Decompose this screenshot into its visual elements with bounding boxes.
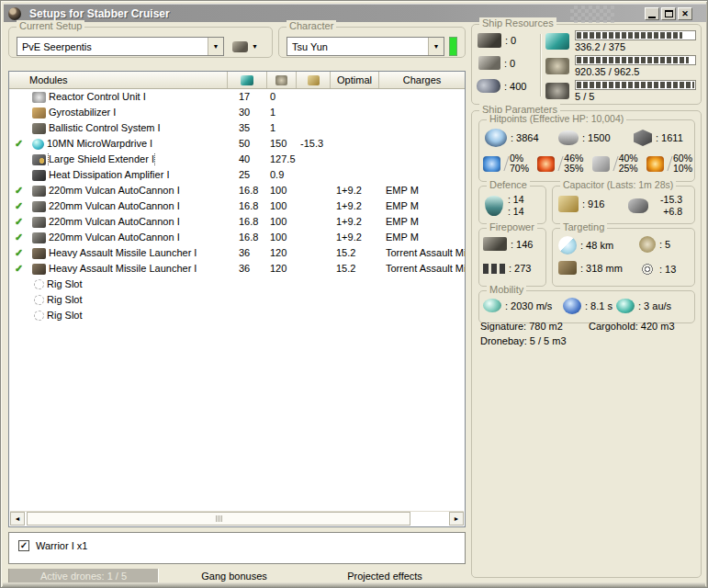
- titlebar-dither-pattern: [570, 6, 614, 23]
- drone-item[interactable]: ✓Warrior I x1: [18, 540, 465, 551]
- dps-icon: [483, 237, 507, 251]
- defence-group: Defence : 14 : 14: [478, 186, 546, 224]
- active-check-icon: ✓: [15, 262, 26, 276]
- setup-actions-button[interactable]: ▼: [230, 37, 261, 56]
- turret-hardpoints-icon: [478, 33, 501, 48]
- character-dropdown-button[interactable]: ▼: [428, 38, 444, 55]
- module-cpu: 16.8: [227, 184, 266, 198]
- column-header-charges[interactable]: Charges: [378, 72, 465, 88]
- scroll-left-icon: ◄: [15, 515, 21, 522]
- chevron-down-icon: ▼: [213, 43, 219, 50]
- ship-icon: [232, 41, 248, 52]
- module-charges: EMP M: [378, 199, 465, 213]
- lse-module-icon: [32, 154, 46, 165]
- gyro-module-icon: [32, 107, 46, 119]
- column-header-cpu[interactable]: [227, 72, 266, 88]
- capacitor-amount-value: : 916: [582, 198, 604, 209]
- module-charges: Torrent Assault Mis: [378, 262, 465, 276]
- maximize-icon: [665, 10, 673, 17]
- defence-top-value: : 14: [508, 194, 524, 206]
- module-cpu: 16.8: [227, 231, 266, 244]
- capacitor-usage-icon: [308, 75, 320, 85]
- module-powergrid: 0.9: [266, 168, 296, 182]
- module-cpu: 17: [227, 90, 266, 104]
- module-row[interactable]: Rig Slot: [9, 292, 465, 308]
- module-row[interactable]: Gyrostabilizer I301: [9, 105, 465, 120]
- resist-divider: [555, 156, 564, 171]
- current-setup-value: PvE Seerpentis: [17, 41, 208, 52]
- scroll-right-button[interactable]: ►: [449, 512, 464, 526]
- module-row[interactable]: Heat Dissipation Amplifier I250.9: [9, 167, 465, 183]
- capacitor-group: Capacitor (Lasts: 1m 28s) : 916 -15.3 +6…: [552, 186, 695, 224]
- module-name: Rig Slot: [47, 277, 83, 291]
- module-row[interactable]: ✓Heavy Assault Missile Launcher I3612015…: [9, 245, 465, 261]
- gun-module-icon: [32, 201, 46, 212]
- max-targets-value: : 5: [659, 239, 670, 250]
- module-row[interactable]: ✓220mm Vulcan AutoCannon I16.81001+9.2EM…: [9, 183, 465, 198]
- module-cpu: 25: [227, 168, 266, 182]
- app-icon: [8, 7, 21, 20]
- current-setup-label: Current Setup: [17, 20, 84, 31]
- module-cpu: 30: [227, 106, 266, 119]
- tab-gang-bonuses[interactable]: Gang bonuses: [159, 569, 309, 583]
- module-row[interactable]: ✓10MN MicroWarpdrive I50150-15.3: [9, 136, 465, 152]
- titlebar[interactable]: Setups for Stabber Cruiser ✕: [4, 4, 706, 22]
- armor-resist-value: 70%: [510, 164, 529, 174]
- ship-parameters-group: Ship Parameters Hitpoints (Effective HP:…: [471, 110, 702, 578]
- volley-icon: [483, 264, 505, 274]
- module-row[interactable]: ✓Heavy Assault Missile Launcher I3612015…: [9, 261, 465, 277]
- chevron-down-icon: ▼: [252, 43, 258, 50]
- module-row[interactable]: ✓220mm Vulcan AutoCannon I16.81001+9.2EM…: [9, 230, 465, 245]
- drones-panel: ✓Warrior I x1: [8, 532, 466, 564]
- module-cpu: 50: [227, 137, 266, 151]
- resist-divider: [609, 156, 618, 171]
- capacitor-amount-icon: [558, 196, 579, 212]
- horizontal-scrollbar[interactable]: ◄ ►: [10, 511, 464, 526]
- tab-projected-effects[interactable]: Projected effects: [309, 569, 460, 583]
- module-name: 220mm Vulcan AutoCannon I: [49, 199, 180, 213]
- chevron-down-icon: ▼: [433, 43, 440, 50]
- column-header-optimal[interactable]: Optimal: [330, 72, 378, 88]
- column-header-powergrid[interactable]: [266, 72, 296, 88]
- scrollbar-track[interactable]: [25, 512, 449, 526]
- module-name: Gyrostabilizer I: [49, 106, 116, 119]
- scrollbar-thumb[interactable]: [27, 512, 410, 526]
- module-row[interactable]: Rig Slot: [9, 308, 465, 323]
- scroll-left-button[interactable]: ◄: [10, 512, 25, 526]
- module-name: 220mm Vulcan AutoCannon I: [49, 231, 180, 244]
- module-row[interactable]: Ballistic Control System I351: [9, 120, 465, 136]
- module-cpu: 16.8: [227, 199, 266, 213]
- capacitor-delta-top: -15.3: [653, 194, 682, 206]
- module-charges: EMP M: [378, 231, 465, 244]
- drone-checkbox[interactable]: ✓: [18, 540, 29, 551]
- em-damage-icon: [483, 156, 500, 172]
- module-row[interactable]: Rig Slot: [9, 277, 465, 292]
- minimize-button[interactable]: [645, 7, 659, 20]
- powergrid-icon: [545, 58, 569, 74]
- current-setup-dropdown-button[interactable]: ▼: [208, 38, 223, 55]
- close-button[interactable]: ✕: [678, 7, 692, 20]
- structure-hp-value: : 1611: [656, 132, 683, 143]
- module-row[interactable]: ✓220mm Vulcan AutoCannon I16.81001+9.2EM…: [9, 198, 465, 214]
- module-row[interactable]: ✓220mm Vulcan AutoCannon I16.81001+9.2EM…: [9, 214, 465, 230]
- setups-window: Setups for Stabber Cruiser ✕ Current Set…: [0, 0, 708, 588]
- character-combobox[interactable]: Tsu Yun ▼: [287, 37, 444, 56]
- rig-calibration-icon: [477, 79, 500, 93]
- warp-speed-value: : 3 au/s: [638, 300, 671, 311]
- current-setup-combobox[interactable]: PvE Seerpentis ▼: [17, 37, 224, 56]
- module-rows: Reactor Control Unit I170Gyrostabilizer …: [9, 89, 465, 323]
- active-check-icon: ✓: [15, 215, 26, 229]
- column-header-modules[interactable]: Modules: [9, 72, 227, 88]
- dronebay-bar: [575, 80, 696, 90]
- module-cpu: 36: [227, 262, 266, 276]
- maximize-button[interactable]: [661, 7, 676, 20]
- module-charges: Torrent Assault Mis: [378, 246, 465, 260]
- column-header-capacitor[interactable]: [296, 72, 330, 88]
- defence-label: Defence: [487, 179, 530, 190]
- window-title: Setups for Stabber Cruiser: [29, 7, 170, 20]
- gun-module-icon: [32, 186, 46, 197]
- module-row[interactable]: Reactor Control Unit I170: [9, 89, 465, 105]
- module-row[interactable]: Large Shield Extender I40127.5: [9, 152, 465, 167]
- module-name: Heavy Assault Missile Launcher I: [49, 246, 197, 260]
- tab-active-drones-1-5[interactable]: Active drones: 1 / 5: [8, 569, 159, 583]
